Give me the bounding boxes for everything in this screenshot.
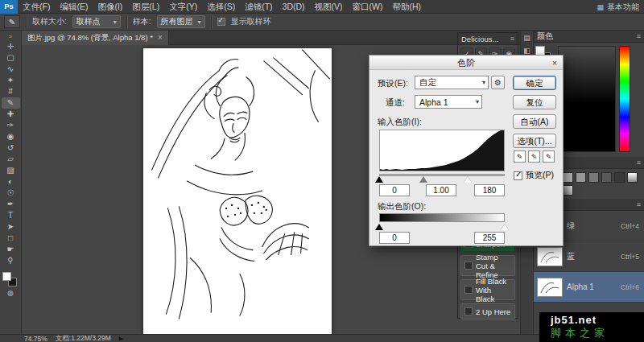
hue-strip[interactable] — [619, 46, 630, 152]
zoom-level[interactable]: 74.75% — [24, 335, 47, 342]
black-point-eyedropper-icon[interactable]: ✎ — [514, 150, 526, 163]
preview-checkbox[interactable] — [514, 171, 522, 180]
output-shadow-slider[interactable] — [375, 224, 383, 230]
sample-size-dropdown[interactable]: 取样点 ▾ — [72, 15, 121, 28]
actions-panel-header[interactable]: Delicious... ≡ — [458, 33, 518, 45]
output-highlight-field[interactable] — [474, 232, 505, 244]
levels-dialog-titlebar[interactable]: 色阶 × — [369, 56, 563, 70]
color-saturation-field[interactable] — [558, 46, 616, 152]
lasso-tool[interactable]: ∿ — [2, 64, 20, 75]
action-button-fill-black[interactable]: Fill Black With Black — [460, 279, 515, 300]
show-sampling-ring-checkbox[interactable] — [217, 18, 225, 26]
eraser-tool[interactable]: ▱ — [2, 154, 20, 165]
menu-window[interactable]: 窗口(W) — [348, 0, 388, 13]
menu-view[interactable]: 视图(V) — [310, 0, 348, 13]
white-point-eyedropper-icon[interactable]: ✎ — [543, 150, 555, 163]
path-selection-tool-icon: ➤ — [7, 221, 14, 233]
workspace-switcher[interactable]: ▦ 基本功能 — [597, 0, 639, 14]
tab-close-icon[interactable]: × — [158, 34, 163, 42]
style-swatch[interactable] — [588, 172, 599, 183]
separator — [126, 15, 127, 28]
style-swatch[interactable] — [563, 172, 573, 183]
panel-menu-icon[interactable]: ≡ — [637, 159, 641, 167]
action-button-2-up-here[interactable]: 2 Up Here — [460, 303, 515, 319]
input-highlight-field[interactable] — [474, 184, 505, 196]
menu-layer[interactable]: 图层(L) — [127, 0, 164, 13]
input-shadow-field[interactable] — [379, 184, 410, 196]
status-menu-arrow-icon[interactable]: ▶ — [119, 336, 123, 342]
eyedropper-tool[interactable]: ✎ — [2, 97, 20, 109]
channel-shortcut: Ctrl+4 — [621, 222, 641, 230]
panel-menu-icon[interactable]: ≡ — [637, 200, 641, 208]
menu-bar: Ps 文件(F) 编辑(E) 图像(I) 图层(L) 文字(Y) 选择(S) 滤… — [0, 0, 644, 14]
action-button-stamp-cut-refine[interactable]: Stamp Cut & Refine — [460, 255, 515, 276]
panel-collapse-icon[interactable]: » — [9, 33, 12, 41]
ok-button[interactable]: 确定 — [513, 76, 556, 90]
style-swatch[interactable] — [601, 172, 612, 183]
path-selection-tool[interactable]: ➤ — [2, 221, 20, 233]
hand-tool[interactable]: ☛ — [2, 244, 20, 255]
menu-select[interactable]: 选择(S) — [202, 0, 240, 13]
style-swatch[interactable] — [576, 172, 586, 183]
document-size-info: 文档:1.22M/3.29M — [56, 334, 111, 342]
document-tab[interactable]: 图片.jpg @ 74.8% (背景, Alpha 1/8) * × — [22, 31, 169, 45]
input-gamma-field[interactable] — [426, 184, 456, 196]
healing-brush-tool[interactable]: ✚ — [2, 109, 20, 120]
menu-file[interactable]: 文件(F) — [18, 0, 55, 13]
dialog-close-icon[interactable]: × — [549, 57, 560, 68]
menu-type[interactable]: 文字(Y) — [164, 0, 202, 13]
reset-button[interactable]: 复位 — [513, 95, 556, 109]
shape-tool[interactable]: □ — [2, 233, 20, 244]
preset-options-gear-icon[interactable]: ⚙ — [491, 76, 505, 89]
sample-dropdown[interactable]: 所有图层 ▾ — [157, 15, 205, 28]
preset-dropdown[interactable]: 自定 ▾ — [415, 76, 489, 89]
menu-3d[interactable]: 3D(D) — [278, 0, 310, 13]
quick-selection-tool[interactable]: ✦ — [2, 75, 20, 86]
panel-menu-icon[interactable]: ≡ — [637, 32, 641, 40]
style-swatch[interactable] — [614, 172, 625, 183]
separator — [26, 15, 27, 28]
move-tool[interactable]: ✛ — [2, 41, 20, 52]
zoom-tool[interactable]: ⚲ — [2, 255, 20, 266]
menu-help[interactable]: 帮助(H) — [388, 0, 427, 13]
dodge-tool[interactable]: ☉ — [2, 187, 20, 199]
channel-row-alpha-1[interactable]: Alpha 1 Ctrl+6 — [534, 272, 644, 303]
sample-label: 样本: — [133, 16, 151, 27]
color-panel-title: 颜色 — [537, 31, 553, 42]
watermark: jb51.net 脚本之家 — [539, 312, 644, 342]
blur-tool[interactable]: ◐ — [2, 176, 20, 187]
panel-menu-icon[interactable]: ≡ — [510, 35, 514, 43]
input-highlight-slider[interactable] — [464, 176, 472, 183]
options-button[interactable]: 选项(T)... — [513, 134, 556, 148]
marquee-tool[interactable]: ▢ — [2, 52, 20, 64]
gray-point-eyedropper-icon[interactable]: ✎ — [528, 150, 540, 163]
style-swatch[interactable] — [563, 185, 573, 196]
menu-image[interactable]: 图像(I) — [93, 0, 127, 13]
menu-edit[interactable]: 编辑(E) — [55, 0, 93, 13]
pen-tool[interactable]: ✒ — [2, 199, 20, 210]
quick-mask-icon[interactable]: ◍ — [7, 289, 14, 299]
collapsed-panel-icon[interactable]: ▤ — [523, 34, 530, 42]
gradient-tool[interactable]: ▨ — [2, 165, 20, 176]
output-shadow-field[interactable] — [379, 232, 410, 244]
channel-value: Alpha 1 — [419, 97, 448, 107]
current-tool-icon[interactable]: ✎ — [4, 15, 20, 28]
output-highlight-slider[interactable] — [501, 224, 509, 230]
color-panel-header[interactable]: 颜色 ≡ — [534, 31, 644, 43]
menu-filter[interactable]: 滤镜(T) — [240, 0, 277, 13]
style-swatch[interactable] — [627, 172, 638, 183]
levels-dialog-title: 色阶 — [457, 58, 475, 68]
crop-tool[interactable]: # — [2, 86, 20, 97]
collapsed-panel-icon[interactable]: ◧ — [523, 47, 530, 55]
input-shadow-slider[interactable] — [375, 176, 383, 183]
brush-tool[interactable]: ✑ — [2, 120, 20, 131]
color-swatches[interactable] — [2, 271, 19, 289]
clone-stamp-tool[interactable]: ◉ — [2, 131, 20, 142]
auto-button[interactable]: 自动(A) — [513, 114, 556, 129]
channel-dropdown[interactable]: Alpha 1 ▾ — [415, 95, 482, 109]
history-brush-tool[interactable]: ↺ — [2, 142, 20, 154]
type-tool[interactable]: T — [2, 210, 20, 221]
input-gamma-slider[interactable] — [419, 176, 427, 183]
foreground-color-swatch[interactable] — [2, 272, 11, 281]
canvas[interactable] — [143, 48, 332, 334]
